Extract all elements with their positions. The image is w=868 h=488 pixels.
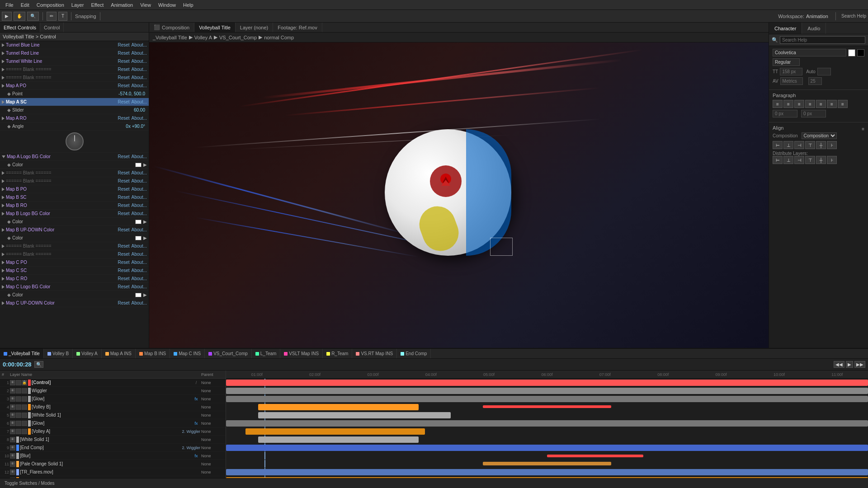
about-tunnel-red[interactable]: About... <box>132 51 147 56</box>
toolbar-text[interactable]: T <box>58 12 67 21</box>
layer-name-11[interactable]: [Pale Orange Solid 1] <box>20 461 199 466</box>
reset-map-c-updown[interactable]: Reset <box>118 300 129 305</box>
leading-input[interactable] <box>817 68 831 75</box>
layer-solo-7[interactable] <box>16 429 21 434</box>
align-options[interactable]: ≡ <box>862 127 864 131</box>
color-arrow-c[interactable]: ▶ <box>143 292 147 297</box>
reset-map-b-po[interactable]: Reset <box>118 187 129 192</box>
layer-name-1[interactable]: [Control] <box>32 380 192 385</box>
align-bottom-edge[interactable]: ⊦ <box>827 141 837 149</box>
right-tab-audio[interactable]: Audio <box>802 23 826 34</box>
toggle-switches-modes[interactable]: Toggle Switches / Modes <box>3 481 57 486</box>
align-v-center[interactable]: ┼ <box>816 141 826 149</box>
layer-solo-5[interactable] <box>16 413 21 418</box>
reset-blank5[interactable]: Reset <box>118 244 129 249</box>
layer-fx-6[interactable]: fx <box>193 420 199 427</box>
layer-name-10[interactable]: [Blur] <box>20 453 192 458</box>
align-justify-all[interactable]: ≡ <box>838 100 848 108</box>
layer-lock-7[interactable] <box>22 429 27 434</box>
about-blank3[interactable]: About... <box>132 170 147 175</box>
font-size-input[interactable] <box>780 68 802 75</box>
dist-bottom[interactable]: ⊦ <box>827 156 837 164</box>
expand-tunnel-red[interactable] <box>2 52 5 55</box>
about-map-c-logo-bg[interactable]: About... <box>132 284 147 289</box>
breadcrumb-item-2[interactable]: Volley A <box>194 35 212 40</box>
timeline-tab-r-team[interactable]: R_Team <box>323 349 352 358</box>
layer-solo-6[interactable] <box>16 421 21 426</box>
color-swatch-b2[interactable] <box>135 236 142 240</box>
dist-top[interactable]: ⊤ <box>805 156 815 164</box>
color-swatch-a[interactable] <box>135 163 142 167</box>
about-blank5[interactable]: About... <box>132 244 147 249</box>
layer-name-6[interactable]: [Glow] <box>32 421 192 426</box>
layer-eye-10[interactable]: 👁 <box>10 453 15 459</box>
align-left[interactable]: ≡ <box>773 100 783 108</box>
toolbar-hand[interactable]: ✋ <box>14 12 25 21</box>
dist-left[interactable]: ⊢ <box>773 156 783 164</box>
layer-fx-10[interactable]: fx <box>193 453 199 459</box>
reset-map-b-ro[interactable]: Reset <box>118 203 129 208</box>
layer-lock-1[interactable]: 🔒 <box>22 380 27 385</box>
tl-prev-kf[interactable]: ◀◀ <box>834 361 844 368</box>
menu-window[interactable]: Window <box>155 1 179 9</box>
expand-map-a-ro[interactable] <box>2 117 5 120</box>
toolbar-pen[interactable]: ✏ <box>47 12 57 21</box>
align-to-select[interactable]: Composition <box>802 132 837 139</box>
timeline-tab-map-b-ins[interactable]: Map B INS <box>136 349 170 358</box>
align-h-center[interactable]: ⊥ <box>783 141 793 149</box>
indent-right-input[interactable] <box>801 110 826 117</box>
layer-switch-1[interactable]: / <box>193 380 199 386</box>
layer-eye-11[interactable]: 👁 <box>10 461 15 467</box>
layer-name-5[interactable]: [White Solid 1] <box>32 413 199 418</box>
menu-file[interactable]: File <box>2 1 17 9</box>
layer-eye-7[interactable]: 👁 <box>10 429 15 434</box>
about-blank4[interactable]: About... <box>132 178 147 183</box>
tracking-input[interactable] <box>808 77 822 85</box>
timeline-tab-vs-court[interactable]: VS_Court_Comp <box>205 349 252 358</box>
layer-solo-4[interactable] <box>16 404 21 410</box>
align-left-edge[interactable]: ⊢ <box>773 141 783 149</box>
menu-view[interactable]: View <box>137 1 155 9</box>
reset-tunnel-blue[interactable]: Reset <box>118 42 129 47</box>
expand-tunnel-blue[interactable] <box>2 43 5 47</box>
timeline-tab-map-c-ins[interactable]: Map C INS <box>170 349 205 358</box>
color-swatch-c[interactable] <box>135 293 142 297</box>
comp-tab-layer[interactable]: Layer (none) <box>236 23 273 32</box>
about-tunnel-white[interactable]: About... <box>132 59 147 64</box>
font-color-box[interactable] <box>848 49 855 56</box>
about-map-a-ro[interactable]: About... <box>132 116 147 121</box>
layer-name-2[interactable]: Wiggler <box>32 388 199 393</box>
expand-blank6[interactable] <box>2 253 5 256</box>
reset-blank2[interactable]: Reset <box>118 75 129 80</box>
reset-map-a-logo-bg[interactable]: Reset <box>118 154 129 159</box>
layer-name-8[interactable]: [White Solid 1] <box>20 437 199 442</box>
reset-map-c-sc[interactable]: Reset <box>118 268 129 273</box>
expand-map-a-logo-bg[interactable] <box>2 155 5 158</box>
align-right-edge[interactable]: ⊣ <box>794 141 804 149</box>
reset-blank3[interactable]: Reset <box>118 170 129 175</box>
layer-name-12[interactable]: [TR_Flares.mov] <box>20 469 199 474</box>
expand-map-b-logo-bg[interactable] <box>2 212 5 216</box>
color-arrow-b2[interactable]: ▶ <box>143 235 147 240</box>
workspace-name[interactable]: Animation <box>806 14 828 19</box>
expand-map-b-po[interactable] <box>2 188 5 191</box>
reset-map-c-ro[interactable]: Reset <box>118 276 129 281</box>
right-tab-character[interactable]: Character <box>769 23 802 34</box>
stroke-color-box[interactable] <box>857 49 864 56</box>
comp-tab-volleyball[interactable]: Volleyball Title <box>194 23 236 32</box>
expand-blank4[interactable] <box>2 179 5 183</box>
layer-solo-3[interactable] <box>16 396 21 402</box>
style-input[interactable] <box>773 58 800 66</box>
about-map-c-sc[interactable]: About... <box>132 268 147 273</box>
color-swatch-b[interactable] <box>135 220 142 224</box>
reset-map-b-updown[interactable]: Reset <box>118 227 129 232</box>
comp-tab-footage[interactable]: Footage: Ref.mov <box>273 23 322 32</box>
expand-blank1[interactable] <box>2 68 5 71</box>
panel-tab-control[interactable]: Control <box>40 23 64 32</box>
layer-eye-9[interactable]: 👁 <box>10 445 15 450</box>
menu-composition[interactable]: Composition <box>33 1 68 9</box>
layer-eye-5[interactable]: 👁 <box>10 413 15 418</box>
align-justify-left[interactable]: ≡ <box>805 100 815 108</box>
reset-blank6[interactable]: Reset <box>118 252 129 257</box>
reset-map-b-sc[interactable]: Reset <box>118 195 129 200</box>
